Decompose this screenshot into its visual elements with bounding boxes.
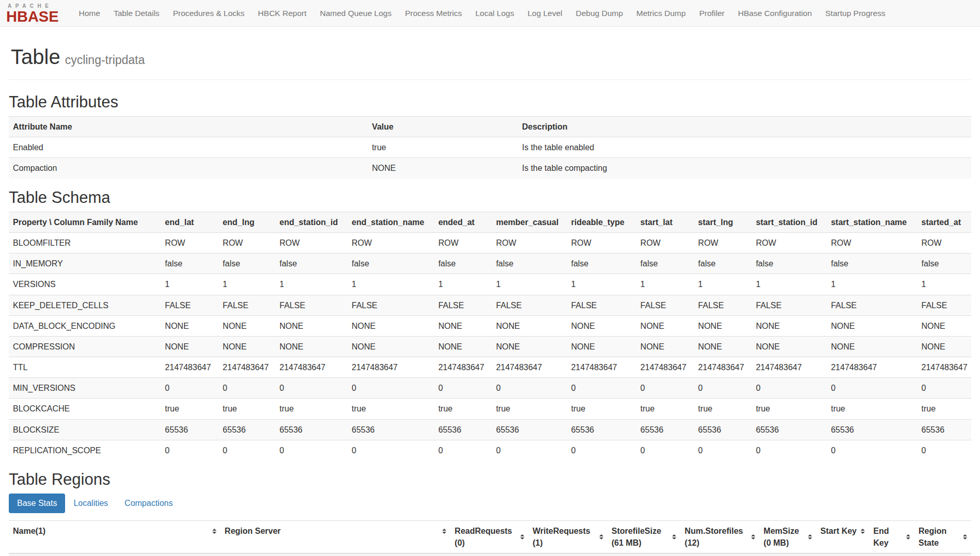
cell: true	[752, 399, 827, 419]
cell: ROW	[348, 232, 434, 253]
cell: cycling-tripdata,,1719475156245.e95d0a13…	[9, 553, 221, 556]
cell: false	[694, 253, 752, 274]
cell: NONE	[492, 315, 567, 336]
column-header-label: StorefileSize (61 MB)	[612, 525, 671, 549]
column-header-label: Region State	[919, 525, 961, 549]
column-header-start-key[interactable]: Start Key	[816, 521, 869, 554]
cell: true	[917, 399, 971, 419]
sort-icon[interactable]	[963, 534, 967, 539]
cell: KEEP_DELETED_CELLS	[9, 295, 161, 315]
column-header-end-station-id: end_station_id	[275, 212, 348, 232]
cell: 0	[917, 440, 971, 460]
cell: Is the table enabled	[518, 137, 971, 158]
column-header-label: WriteRequests (1)	[533, 525, 597, 549]
cell: NONE	[827, 315, 917, 336]
cell: 65536	[219, 419, 275, 440]
cell: hbase-regionserver-default-0.hbase-regio…	[221, 553, 450, 556]
cell: false	[567, 253, 636, 274]
cell: ROW	[434, 232, 492, 253]
cell: 1	[275, 274, 348, 295]
table-row: BLOCKSIZE6553665536655366553665536655366…	[9, 419, 971, 440]
cell: true	[827, 399, 917, 419]
cell: TTL	[9, 357, 161, 378]
cell: NONE	[161, 315, 219, 336]
top-navbar: APACHE HBASE HomeTable DetailsProcedures…	[0, 0, 980, 27]
hbase-logo[interactable]: APACHE HBASE	[5, 3, 62, 24]
nav-item-process-metrics[interactable]: Process Metrics	[398, 0, 469, 26]
cell: NONE	[636, 336, 694, 357]
tab-localities[interactable]: Localities	[65, 494, 116, 513]
cell: 1	[636, 274, 694, 295]
nav-item-startup-progress[interactable]: Startup Progress	[819, 0, 892, 26]
nav-item-debug-dump[interactable]: Debug Dump	[569, 0, 629, 26]
cell: ROW	[161, 232, 219, 253]
sort-icon[interactable]	[808, 534, 812, 539]
column-header-label: Num.Storefiles (12)	[685, 525, 749, 549]
column-header-writerequests-1[interactable]: WriteRequests (1)	[528, 521, 608, 554]
cell: false	[636, 253, 694, 274]
cell: IN_MEMORY	[9, 253, 161, 274]
cell: NONE	[752, 336, 827, 357]
nav-item-profiler[interactable]: Profiler	[692, 0, 731, 26]
cell: VERSIONS	[9, 274, 161, 295]
sort-icon[interactable]	[212, 529, 216, 534]
column-header-storefilesize-61-mb[interactable]: StorefileSize (61 MB)	[608, 521, 681, 554]
sort-icon[interactable]	[442, 529, 446, 534]
table-row: cycling-tripdata,,1719475156245.e95d0a13…	[9, 553, 971, 556]
page-title-text: Table	[11, 45, 60, 68]
attributes-table: Attribute NameValueDescriptionEnabledtru…	[9, 116, 971, 179]
cell: 65536	[567, 419, 636, 440]
table-row: KEEP_DELETED_CELLSFALSEFALSEFALSEFALSEFA…	[9, 295, 971, 315]
nav: HomeTable DetailsProcedures & LocksHBCK …	[72, 0, 892, 26]
cell: ROW	[492, 232, 567, 253]
nav-item-hbck-report[interactable]: HBCK Report	[251, 0, 313, 26]
column-header-memsize-0-mb[interactable]: MemSize (0 MB)	[759, 521, 816, 554]
column-header-num-storefiles-12[interactable]: Num.Storefiles (12)	[680, 521, 759, 554]
cell: NONE	[917, 336, 971, 357]
cell: true	[636, 399, 694, 419]
sort-icon[interactable]	[599, 534, 603, 539]
cell: 1	[528, 553, 608, 556]
nav-item-hbase-configuration[interactable]: HBase Configuration	[732, 0, 819, 26]
nav-item-local-logs[interactable]: Local Logs	[469, 0, 521, 26]
cell: 0	[636, 440, 694, 460]
nav-item-table-details[interactable]: Table Details	[107, 0, 166, 26]
cell: 0	[492, 378, 567, 399]
nav-item-procedures-locks[interactable]: Procedures & Locks	[166, 0, 252, 26]
column-header-member-casual: member_casual	[492, 212, 567, 232]
tab-compactions[interactable]: Compactions	[116, 494, 181, 513]
cell: false	[161, 253, 219, 274]
cell: FALSE	[827, 295, 917, 315]
nav-item-metrics-dump[interactable]: Metrics Dump	[630, 0, 693, 26]
column-header-end-key[interactable]: End Key	[869, 521, 914, 554]
cell: REPLICATION_SCOPE	[9, 440, 161, 460]
nav-item-log-level[interactable]: Log Level	[521, 0, 569, 26]
cell: 0	[492, 440, 567, 460]
cell: FALSE	[567, 295, 636, 315]
column-header-name-1[interactable]: Name(1)	[9, 521, 221, 554]
sort-icon[interactable]	[906, 534, 910, 539]
cell: 65536	[492, 419, 567, 440]
cell: true	[348, 399, 434, 419]
cell: ROW	[275, 232, 348, 253]
sort-icon[interactable]	[672, 534, 676, 539]
sort-icon[interactable]	[520, 534, 524, 539]
nav-item-home[interactable]: Home	[72, 0, 107, 26]
column-header-region-server[interactable]: Region Server	[221, 521, 450, 554]
cell: COMPRESSION	[9, 336, 161, 357]
cell: NONE	[434, 315, 492, 336]
cell: NONE	[567, 315, 636, 336]
nav-item-named-queue-logs[interactable]: Named Queue Logs	[313, 0, 398, 26]
column-header-region-state[interactable]: Region State	[914, 521, 971, 554]
cell: FALSE	[348, 295, 434, 315]
tab-base-stats[interactable]: Base Stats	[9, 494, 65, 513]
table-name: cycling-tripdata	[65, 53, 145, 67]
cell: false	[434, 253, 492, 274]
column-header-readrequests-0[interactable]: ReadRequests (0)	[450, 521, 528, 554]
sort-icon[interactable]	[751, 534, 755, 539]
cell: false	[492, 253, 567, 274]
cell: false	[827, 253, 917, 274]
cell: 1	[219, 274, 275, 295]
cell: 2147483647	[434, 357, 492, 378]
sort-icon[interactable]	[861, 529, 865, 534]
